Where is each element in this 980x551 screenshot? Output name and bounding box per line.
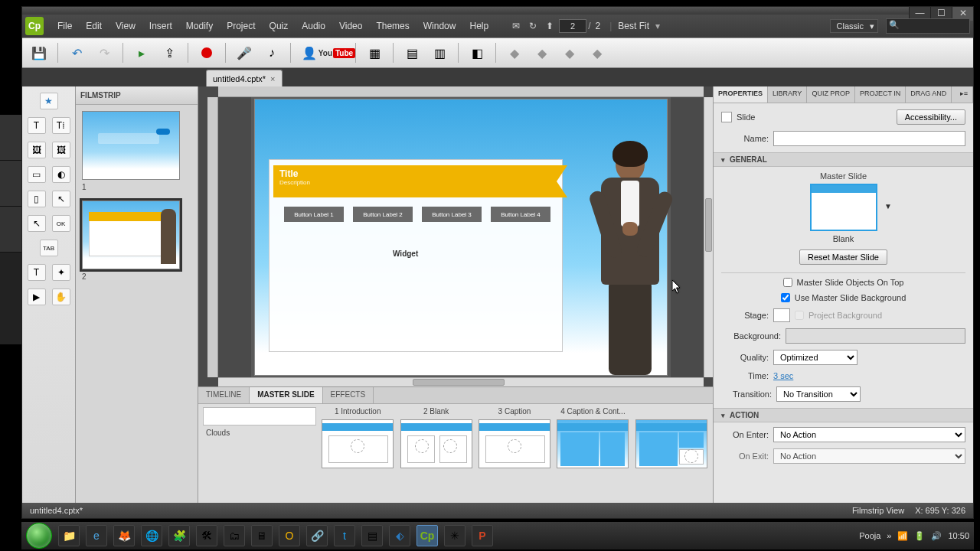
mouse-icon[interactable]: ↖ [52, 191, 70, 207]
menu-modify[interactable]: Modify [180, 18, 219, 34]
mail-icon[interactable]: ✉ [508, 18, 524, 34]
document-tab[interactable]: untitled4.cptx* × [206, 70, 283, 86]
stage-color-swatch[interactable] [773, 308, 790, 322]
menu-themes[interactable]: Themes [370, 18, 415, 34]
accessibility-button[interactable]: Accessibility... [897, 109, 965, 125]
name-input[interactable] [773, 131, 965, 146]
app7-icon[interactable]: ✳ [444, 525, 466, 546]
app3-icon[interactable]: 🗂 [224, 525, 245, 546]
master-item-5[interactable] [635, 407, 708, 468]
section-general[interactable]: GENERAL [714, 152, 973, 167]
app6-icon[interactable]: ▤ [361, 525, 383, 546]
smart-shape-icon[interactable]: ◐ [52, 166, 70, 183]
align2-icon[interactable]: ◆ [530, 41, 554, 64]
ie-icon[interactable]: e [86, 525, 107, 546]
zoom-dropdown-icon[interactable]: ▾ [651, 21, 660, 31]
slide-button-4[interactable]: Button Label 4 [491, 207, 550, 222]
tray-user[interactable]: Pooja [859, 531, 880, 540]
zoom-level[interactable]: Best Fit [618, 21, 649, 31]
app1-icon[interactable]: 🧩 [168, 525, 190, 546]
powerpoint-icon[interactable]: P [472, 525, 493, 546]
text-caption-icon[interactable]: T [28, 117, 46, 134]
start-button[interactable] [26, 523, 52, 549]
master-item-2[interactable]: 2 Blank [399, 407, 472, 468]
chrome-icon[interactable]: 🌐 [141, 525, 162, 546]
panel-menu-icon[interactable]: ▸≡ [956, 86, 973, 103]
tab-drag-and[interactable]: DRAG AND [906, 86, 952, 103]
star-tool-icon[interactable]: ★ [40, 93, 58, 109]
tab-effects[interactable]: EFFECTS [323, 387, 374, 403]
slide-canvas[interactable]: Title Description Button Label 1 Button … [254, 99, 668, 376]
on-enter-select[interactable]: No Action [773, 427, 965, 442]
quality-select[interactable]: Optimized [773, 350, 858, 365]
menu-video[interactable]: Video [333, 18, 368, 34]
click-box-icon[interactable]: ▯ [28, 191, 46, 207]
button-tool-icon[interactable]: OK [52, 215, 70, 232]
menu-audio[interactable]: Audio [296, 18, 332, 34]
widget-placeholder[interactable]: Widget [393, 249, 418, 258]
music-icon[interactable]: ♪ [260, 41, 284, 64]
twitter-icon[interactable]: t [334, 525, 355, 546]
cursor-tool-icon[interactable]: ↖ [28, 215, 46, 232]
outlook-icon[interactable]: O [279, 525, 300, 546]
app5-icon[interactable]: 🔗 [306, 525, 328, 546]
text-entry-icon[interactable]: T⁞ [52, 117, 70, 134]
tab-timeline[interactable]: TIMELINE [198, 387, 250, 403]
tab-tool-icon[interactable]: TAB [40, 240, 58, 256]
tab-quiz-properties[interactable]: QUIZ PROP [807, 86, 855, 103]
vertical-scrollbar[interactable] [704, 97, 713, 377]
object-icon[interactable]: ◧ [465, 41, 489, 64]
tray-network-icon[interactable]: 📶 [897, 531, 908, 541]
menu-help[interactable]: Help [463, 18, 495, 34]
master-group[interactable]: Clouds [203, 407, 316, 439]
tab-project-info[interactable]: PROJECT IN [855, 86, 906, 103]
tray-expand-icon[interactable]: » [887, 531, 891, 540]
menu-window[interactable]: Window [417, 18, 462, 34]
master-item-1[interactable]: 1 Introduction [321, 407, 394, 468]
publish-icon[interactable]: ⇪ [157, 41, 181, 64]
master-slide-dropdown-icon[interactable]: ▼ [884, 202, 892, 210]
master-item-3[interactable]: 3 Caption [478, 407, 551, 468]
current-page-input[interactable] [559, 19, 586, 33]
reset-master-slide-button[interactable]: Reset Master Slide [799, 249, 887, 265]
close-tab-icon[interactable]: × [270, 74, 275, 83]
menu-view[interactable]: View [109, 18, 142, 34]
slide-button-1[interactable]: Button Label 1 [284, 207, 344, 222]
objects-on-top-checkbox[interactable] [783, 278, 792, 287]
youtube-icon[interactable]: YouTube [325, 41, 349, 64]
master-slide-preview[interactable] [810, 184, 877, 231]
animation-text-icon[interactable]: T [28, 264, 46, 281]
app4-icon[interactable]: 🖥 [251, 525, 273, 546]
slides-icon[interactable]: ▦ [362, 41, 387, 64]
app2-icon[interactable]: 🛠 [196, 525, 217, 546]
widget-tool-icon[interactable]: ▶ [28, 289, 46, 305]
transition-select[interactable]: No Transition [776, 386, 861, 402]
menu-quiz[interactable]: Quiz [263, 18, 295, 34]
slide-button-2[interactable]: Button Label 2 [353, 207, 413, 222]
firefox-icon[interactable]: 🦊 [113, 525, 135, 546]
upload-icon[interactable]: ⬆ [542, 18, 557, 34]
tray-power-icon[interactable]: 🔋 [914, 531, 925, 541]
tab-properties[interactable]: PROPERTIES [714, 86, 768, 103]
save-icon[interactable]: 💾 [27, 41, 51, 64]
align1-icon[interactable]: ◆ [502, 41, 527, 64]
redo-icon[interactable]: ↷ [92, 41, 116, 64]
snap-icon[interactable]: ▥ [427, 41, 452, 64]
search-box[interactable] [886, 18, 970, 34]
filmstrip-slide-1[interactable]: 1 [82, 111, 191, 191]
mic-icon[interactable]: 🎤 [232, 41, 256, 64]
tray-clock[interactable]: 10:50 [948, 531, 969, 540]
on-exit-select[interactable]: No Action [773, 448, 965, 464]
use-master-bg-checkbox[interactable] [781, 293, 790, 302]
section-action[interactable]: ACTION [714, 408, 973, 422]
hand-tool-icon[interactable]: ✋ [52, 289, 70, 305]
explorer-icon[interactable]: 📁 [58, 525, 80, 546]
dropbox-icon[interactable]: ⬖ [389, 525, 410, 546]
sync-icon[interactable]: ↻ [525, 18, 541, 34]
time-value[interactable]: 3 sec [773, 371, 793, 380]
horizontal-scrollbar[interactable] [218, 377, 704, 386]
menu-insert[interactable]: Insert [143, 18, 178, 34]
align4-icon[interactable]: ◆ [585, 41, 609, 64]
tab-master-slide[interactable]: MASTER SLIDE [250, 387, 322, 403]
rollover-image-icon[interactable]: 🖼 [52, 142, 70, 158]
